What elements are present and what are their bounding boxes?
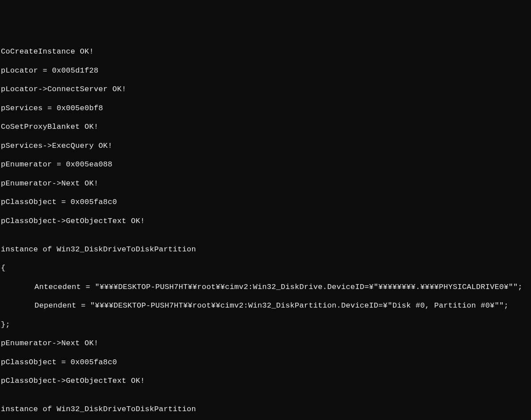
output-line: pServices->ExecQuery OK! [1,141,530,150]
output-line: pEnumerator->Next OK! [1,179,530,188]
instance-header: instance of Win32_DiskDriveToDiskPartiti… [1,405,530,414]
output-line: CoCreateInstance OK! [1,47,530,56]
output-line: pClassObject = 0x005fa8c0 [1,197,530,207]
output-line: pServices = 0x005e0bf8 [1,104,530,113]
output-line: pClassObject->GetObjectText OK! [1,376,530,385]
output-line: pLocator = 0x005d1f28 [1,66,530,75]
output-line: pClassObject = 0x005fa8c0 [1,358,530,367]
output-line: pEnumerator->Next OK! [1,339,530,348]
output-line: pClassObject->GetObjectText OK! [1,216,530,226]
dependent-line: Dependent = "¥¥¥¥DESKTOP-PUSH7HT¥¥root¥¥… [1,301,530,310]
antecedent-line: Antecedent = "¥¥¥¥DESKTOP-PUSH7HT¥¥root¥… [1,282,530,292]
terminal-output: CoCreateInstance OK! pLocator = 0x005d1f… [0,38,531,420]
output-line: pEnumerator = 0x005ea088 [1,160,530,169]
brace-open: { [1,263,530,273]
instance-header: instance of Win32_DiskDriveToDiskPartiti… [1,245,530,254]
output-line: pLocator->ConnectServer OK! [1,85,530,94]
output-line: CoSetProxyBlanket OK! [1,122,530,131]
brace-close: }; [1,320,530,329]
